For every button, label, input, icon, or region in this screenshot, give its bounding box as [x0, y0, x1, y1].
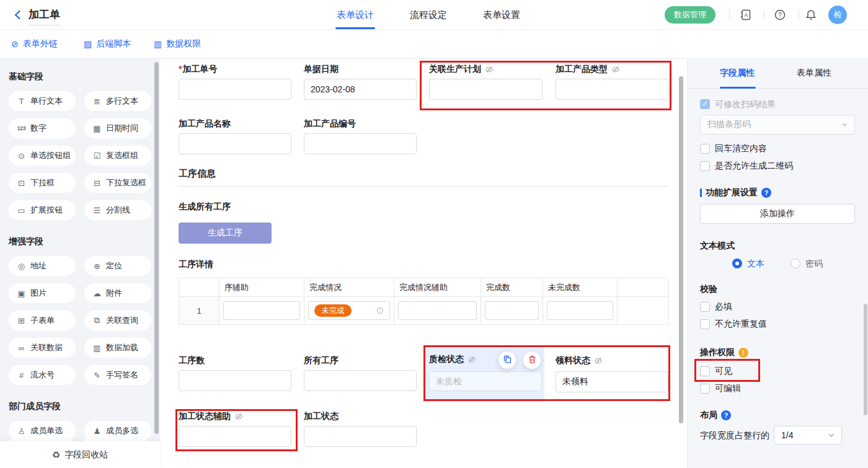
- field-serial-number[interactable]: #流水号: [9, 365, 76, 385]
- field-radio-group[interactable]: ⊙单选按钮组: [9, 146, 76, 166]
- field-number[interactable]: 123数字: [9, 118, 76, 138]
- no-duplicate-checkbox[interactable]: [700, 319, 710, 329]
- field-location[interactable]: ⊕定位: [84, 256, 151, 276]
- tab-form-properties[interactable]: 表单属性: [797, 68, 831, 79]
- basic-fields-grid: T单行文本 ≣多行文本 123数字 ▦日期时间 ⊙单选按钮组 ☑复选框组 ⊡下拉…: [9, 91, 151, 220]
- form-title[interactable]: 加工单: [29, 7, 60, 25]
- contact-book-icon[interactable]: A: [738, 7, 753, 22]
- all-process-input[interactable]: [304, 370, 417, 391]
- table-cell: [543, 297, 618, 325]
- data-permission-button[interactable]: ▥ 数据权限: [154, 38, 201, 50]
- password-mode-radio-label[interactable]: 密码: [805, 258, 823, 270]
- allow-qrcode-checkbox[interactable]: [700, 161, 710, 171]
- table-header-cell: 未完成数: [543, 278, 618, 297]
- doc-date-input[interactable]: [304, 79, 417, 100]
- field-label-process-count: 工序数: [179, 355, 205, 366]
- process-status-input[interactable]: [304, 426, 417, 447]
- editable-scan-result-checkbox[interactable]: [700, 99, 710, 109]
- completion-aux-input[interactable]: [398, 301, 477, 320]
- product-name-input[interactable]: [179, 133, 291, 154]
- status-aux-input[interactable]: [179, 426, 291, 447]
- text-mode-radio[interactable]: [732, 258, 742, 268]
- qc-status-input[interactable]: [429, 371, 542, 391]
- process-aux-input[interactable]: [223, 301, 300, 320]
- section-title-basic-fields: 基础字段: [9, 71, 151, 82]
- field-single-text[interactable]: T单行文本: [9, 91, 76, 111]
- tab-form-setting[interactable]: 表单设置: [483, 0, 520, 29]
- scan-mode-select[interactable]: 扫描条形码: [700, 115, 855, 135]
- field-data-load[interactable]: ▥数据加载: [84, 338, 151, 358]
- single-text-icon: T: [17, 97, 26, 106]
- password-mode-radio[interactable]: [790, 258, 800, 268]
- completed-count-input[interactable]: [485, 301, 539, 320]
- linked-data-icon: ∞: [17, 343, 26, 353]
- linked-plan-input[interactable]: [429, 79, 542, 100]
- copy-icon: [503, 355, 512, 366]
- delete-field-button[interactable]: [523, 351, 541, 369]
- field-image[interactable]: ▣图片: [9, 283, 76, 303]
- editable-checkbox[interactable]: [700, 384, 710, 394]
- field-signature[interactable]: ✎手写签名: [84, 365, 151, 385]
- help-question-icon[interactable]: ?: [761, 188, 771, 198]
- uncompleted-count-input[interactable]: [547, 301, 613, 320]
- required-checkbox[interactable]: [700, 302, 710, 312]
- data-manage-button[interactable]: 数据管理: [665, 6, 715, 24]
- tab-flow-setting[interactable]: 流程设定: [410, 0, 447, 29]
- field-recycle-bin[interactable]: ♻ 字段回收站: [0, 441, 160, 468]
- sidebar-scrollbar[interactable]: [154, 62, 159, 434]
- field-datetime[interactable]: ▦日期时间: [84, 118, 151, 138]
- user-avatar[interactable]: 检: [828, 6, 847, 24]
- table-cell: [618, 297, 669, 325]
- copy-field-button[interactable]: [498, 351, 516, 369]
- completion-status-select[interactable]: 未完成 ⊙: [308, 301, 390, 320]
- field-address[interactable]: ◎地址: [9, 256, 76, 276]
- row-index-cell: 1: [179, 297, 219, 325]
- table-cell: 未完成 ⊙: [304, 297, 394, 325]
- field-label-status-aux: 加工状态辅助: [179, 411, 243, 422]
- field-extend-button[interactable]: ▭扩展按钮: [9, 200, 76, 220]
- text-mode-radio-label[interactable]: 文本: [747, 258, 764, 270]
- product-no-input[interactable]: [304, 133, 417, 154]
- validation-title: 校验: [700, 284, 717, 295]
- field-dropdown[interactable]: ⊡下拉框: [9, 173, 76, 193]
- add-action-button[interactable]: 添加操作: [700, 204, 855, 224]
- material-status-input[interactable]: [556, 371, 668, 392]
- help-icon[interactable]: ?: [773, 7, 787, 22]
- visible-checkbox[interactable]: [700, 366, 710, 376]
- help-question-icon[interactable]: ?: [721, 410, 731, 420]
- panel-scrollbar[interactable]: [864, 304, 867, 415]
- field-label-all-process: 所有工序: [304, 355, 339, 366]
- radio-indicator-icon: ⊙: [376, 305, 384, 316]
- field-attachment[interactable]: ☁附件: [84, 283, 151, 303]
- dropdown-icon: ⊡: [17, 179, 26, 188]
- field-multi-dropdown[interactable]: ⊟下拉复选框: [84, 173, 151, 193]
- signature-icon: ✎: [92, 371, 102, 380]
- tab-field-properties[interactable]: 字段属性: [720, 68, 755, 79]
- notification-bell-icon[interactable]: [804, 7, 818, 22]
- order-no-input[interactable]: [179, 79, 291, 100]
- field-checkbox-group[interactable]: ☑复选框组: [84, 146, 151, 166]
- recycle-icon: ♻: [52, 449, 60, 461]
- member-single-icon: ♙: [17, 426, 26, 436]
- external-link-button[interactable]: ⊘ 表单外链: [11, 38, 58, 50]
- field-linked-query[interactable]: ⧉关联查询: [84, 311, 151, 330]
- field-multi-text[interactable]: ≣多行文本: [84, 91, 151, 111]
- clear-on-enter-checkbox[interactable]: [700, 144, 710, 154]
- field-subform[interactable]: ⊞子表单: [9, 311, 76, 330]
- divider: [799, 10, 799, 20]
- generate-process-button[interactable]: 生成工序: [179, 223, 272, 244]
- canvas-scrollbar[interactable]: [679, 76, 683, 423]
- svg-text:A: A: [744, 12, 748, 18]
- field-divider[interactable]: ☰分割线: [84, 200, 151, 220]
- field-linked-data[interactable]: ∞关联数据: [9, 338, 76, 358]
- back-icon[interactable]: [12, 9, 24, 20]
- tab-form-design[interactable]: 表单设计: [337, 0, 374, 29]
- process-count-input[interactable]: [179, 370, 291, 391]
- svg-text:?: ?: [778, 12, 782, 19]
- permission-title: 操作权限 !: [700, 347, 748, 358]
- section-title-member-fields: 部门成员字段: [9, 401, 151, 412]
- field-width-select[interactable]: 1/4: [774, 426, 842, 444]
- product-type-input[interactable]: [556, 79, 668, 100]
- eye-off-icon: [594, 356, 603, 365]
- backend-script-button[interactable]: ▨ 后端脚本: [84, 38, 131, 50]
